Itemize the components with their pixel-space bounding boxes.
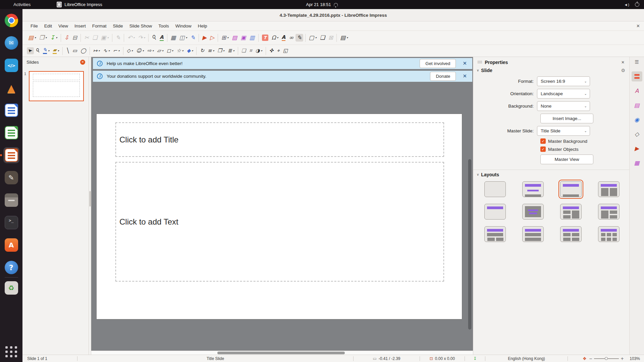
glue-points-icon[interactable]: ⌖ (275, 47, 281, 54)
lines-and-arrows-icon[interactable]: ↦▾ (92, 47, 101, 54)
paste-icon[interactable]: ▣▾ (100, 34, 110, 42)
dock-libreoffice-writer-icon[interactable] (3, 102, 19, 118)
layout-title-content-line[interactable] (522, 181, 544, 197)
clock-menu[interactable]: Apr 21 18:51 (306, 2, 338, 7)
infobar-close-icon[interactable]: ✕ (460, 74, 470, 79)
distribute-icon[interactable]: ≣▾ (226, 47, 236, 54)
menu-format[interactable]: Format (89, 22, 110, 29)
redo-icon[interactable]: ↷▾ (137, 34, 146, 42)
new-presentation-icon[interactable]: ▤▾ (27, 34, 37, 42)
slide-thumbnail[interactable] (29, 71, 84, 101)
dock-terminal-icon[interactable]: >_ (3, 215, 19, 231)
zoom-pan-icon[interactable]: ⚲ (35, 47, 41, 54)
dock-chrome-icon[interactable] (3, 12, 19, 28)
curves-polygons-icon[interactable]: ∿▾ (102, 47, 111, 54)
master-view-button[interactable]: Master View (540, 155, 593, 164)
tab-animation-icon[interactable]: ▦ (632, 158, 642, 168)
arrange-icon[interactable]: ❒▾ (216, 47, 226, 54)
get-involved-button[interactable]: Get involved (420, 59, 456, 68)
dock-help-icon[interactable]: ? (3, 259, 19, 276)
shadow-icon[interactable]: ❏ (240, 47, 247, 54)
insert-image-icon[interactable]: ▨ (230, 34, 238, 42)
show-applications-button[interactable] (5, 346, 17, 357)
hyperlink-icon[interactable]: ∞ (287, 34, 295, 42)
stars-icon[interactable]: ☆▾ (175, 47, 184, 54)
tab-shapes-icon[interactable]: ◇ (632, 129, 642, 139)
show-draw-functions-icon[interactable]: ✎ (296, 34, 303, 42)
slide-canvas[interactable]: Click to add Title Click to add Text (96, 114, 462, 319)
panel-splitter[interactable] (89, 57, 91, 355)
clone-formatting-icon[interactable]: ✎ (114, 34, 122, 42)
edit-mode-icon[interactable]: ✎ (189, 34, 197, 42)
slide-layout-icon[interactable]: ▤▾ (339, 34, 349, 42)
menu-help[interactable]: Help (195, 22, 210, 29)
focused-app-menu[interactable]: LibreOffice Impress (57, 2, 102, 7)
layout-title-6content[interactable] (598, 226, 620, 242)
text-language[interactable]: English (Hong Kong) (485, 356, 568, 361)
layout-title-2rows[interactable] (522, 226, 544, 242)
layout-title-content-2content[interactable] (484, 226, 506, 242)
fit-slide-icon[interactable]: ✥ (583, 356, 586, 361)
save-icon[interactable]: ↧▾ (49, 34, 58, 42)
spelling-icon[interactable]: A (158, 34, 165, 42)
menu-slide[interactable]: Slide (110, 22, 126, 29)
ellipse-icon[interactable]: ◯ (79, 47, 88, 54)
fontwork-icon[interactable]: A (280, 34, 287, 42)
dock-vscode-icon[interactable]: </> (3, 57, 19, 73)
background-select[interactable]: None ⌄ (537, 101, 590, 111)
tab-properties-icon[interactable] (632, 71, 642, 81)
menu-slide-show[interactable]: Slide Show (126, 22, 155, 29)
zoom-slider[interactable]: − + (589, 357, 624, 361)
format-select[interactable]: Screen 16:9 ⌄ (537, 76, 590, 86)
block-arrows-icon[interactable]: ⇨▾ (146, 47, 155, 54)
fill-color-icon[interactable]: ▰▾ (51, 47, 60, 55)
layout-2content-content[interactable] (560, 204, 582, 220)
document-save-status[interactable]: ↧ (465, 356, 485, 361)
master-background-checkbox[interactable]: ✓ (540, 138, 546, 144)
line-color-icon[interactable]: ✎▾ (42, 47, 51, 55)
vertical-scrollbar-thumb[interactable] (468, 159, 471, 329)
orientation-select[interactable]: Landscape ⌄ (537, 89, 590, 99)
close-slides-panel-icon[interactable]: ✕ (80, 60, 85, 65)
delete-slide-icon[interactable]: ⊠ (327, 34, 334, 42)
insert-chart-icon[interactable]: ▥ (248, 34, 256, 42)
new-slide-icon[interactable]: ▢▾ (308, 34, 318, 42)
insert-table-icon[interactable]: ⊞▾ (220, 34, 230, 42)
insert-media-icon[interactable]: ▣ (239, 34, 247, 42)
layout-content-2content[interactable] (598, 204, 620, 220)
tab-navigator-icon[interactable]: ◉ (632, 115, 642, 125)
close-document-icon[interactable]: ✕ (636, 24, 640, 28)
open-icon[interactable]: ❒▾ (38, 34, 48, 42)
title-bar[interactable]: 4.3-Template_4.29.2016.pptx - LibreOffic… (22, 9, 644, 21)
cut-icon[interactable]: ✂ (83, 34, 90, 42)
deck-grip-icon[interactable]: ⠿⠿ (477, 61, 482, 64)
select-icon[interactable]: ➤ (27, 47, 34, 54)
toggle-extrusion-icon[interactable]: ◱ (282, 47, 289, 54)
slide-section-header[interactable]: ∨ Slide ⚙ (473, 66, 629, 74)
layout-centered-text[interactable] (522, 204, 544, 220)
activities-button[interactable]: Activities (13, 2, 31, 7)
print-icon[interactable]: ⊟ (71, 34, 78, 42)
layout-title-4content[interactable] (560, 226, 582, 242)
horizontal-scrollbar[interactable] (91, 351, 473, 355)
connectors-icon[interactable]: ⌐▾ (112, 47, 121, 54)
master-slide-name[interactable]: Title Slide (77, 356, 353, 361)
zoom-out-icon[interactable]: − (589, 357, 592, 361)
horizontal-scrollbar-thumb[interactable] (217, 352, 345, 354)
rotate-icon[interactable]: ↻ (199, 47, 206, 54)
dock-vlc-icon[interactable]: ▲ (3, 80, 19, 96)
undo-icon[interactable]: ↶▾ (126, 34, 136, 42)
dock-files-icon[interactable] (3, 192, 19, 208)
dock-ubuntu-software-icon[interactable]: A (3, 237, 19, 253)
3d-objects-icon[interactable]: ◆▾ (185, 47, 195, 54)
title-placeholder[interactable]: Click to add Title (115, 122, 444, 157)
flowchart-icon[interactable]: ▱▾ (156, 47, 165, 54)
zoom-slider-knob[interactable] (605, 357, 608, 360)
layout-title-2content[interactable] (598, 181, 620, 197)
copy-icon[interactable]: ❏ (91, 34, 99, 42)
crop-icon[interactable]: ⌗ (248, 47, 253, 54)
insert-textbox-icon[interactable]: T (261, 34, 270, 42)
start-from-first-slide-icon[interactable]: ▶ (201, 34, 208, 42)
insert-line-icon[interactable]: ╲ (65, 47, 70, 54)
layout-blank[interactable] (484, 181, 506, 197)
